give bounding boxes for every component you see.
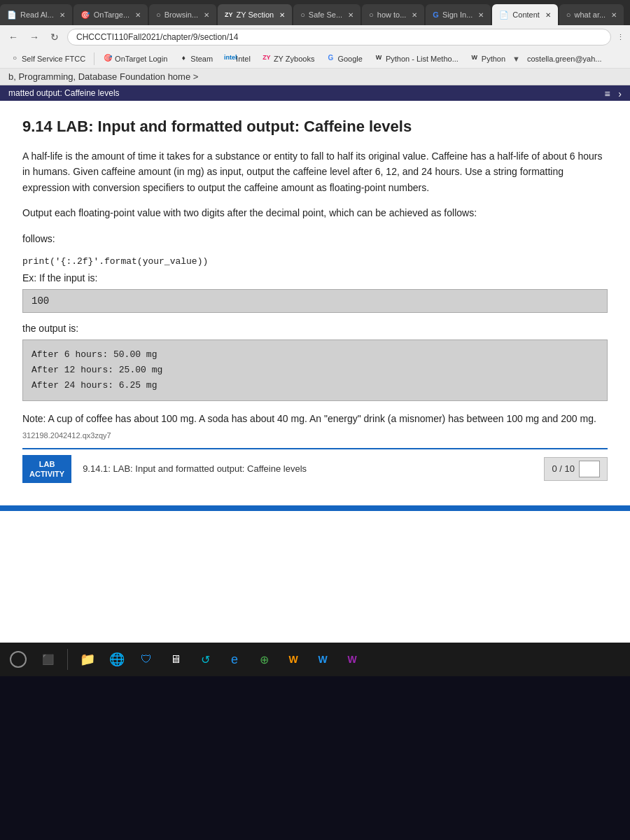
tab-what-ar[interactable]: ○ what ar... ✕	[559, 4, 624, 25]
bookmark-label: ZY Zybooks	[274, 55, 315, 63]
tab-close-btn[interactable]: ✕	[478, 11, 484, 19]
tab-close-btn[interactable]: ✕	[279, 11, 285, 19]
description-follows: follows:	[22, 231, 608, 246]
lab-badge: LAB ACTIVITY	[22, 455, 71, 484]
tab-safe-search[interactable]: ○ Safe Se... ✕	[293, 4, 360, 25]
tab-label: Safe Se...	[309, 10, 342, 19]
tab-icon: 🎯	[80, 10, 90, 20]
start-circle-icon	[10, 651, 27, 668]
bookmark-label: Python	[482, 55, 505, 63]
address-input[interactable]	[67, 29, 611, 46]
bookmark-email[interactable]: costella.green@yah...	[523, 53, 606, 64]
bookmark-label: Self Service FTCC	[22, 55, 85, 63]
score-box	[579, 461, 600, 477]
app5-icon: 🖥	[170, 653, 181, 666]
tab-close-btn[interactable]: ✕	[348, 11, 354, 19]
tab-label: OnTarge...	[94, 10, 130, 19]
tab-label: Sign In...	[442, 10, 472, 19]
page-header: matted output: Caffeine levels ≡ ›	[0, 85, 630, 101]
code-block: print('{:.2f}'.format(your_value))	[22, 256, 608, 267]
edge-browser-button[interactable]: e	[222, 647, 247, 672]
start-button[interactable]	[6, 647, 31, 672]
xbox-button[interactable]: ⊕	[251, 647, 276, 672]
description-paragraph2: Output each floating-point value with tw…	[22, 205, 608, 220]
tab-icon: ○	[566, 10, 571, 19]
example-input-value: 100	[31, 295, 49, 307]
search-taskbar-button[interactable]: ⬛	[35, 647, 60, 672]
bookmark-intel[interactable]: intel Intel	[220, 52, 255, 65]
app6-button[interactable]: ↺	[192, 647, 218, 672]
bookmark-label: OnTarget Login	[115, 55, 167, 63]
taskbar: ⬛ 📁 🌐 🛡 🖥 ↺ e ⊕ W W W	[0, 643, 630, 676]
bookmark-zybooks[interactable]: ZY ZY Zybooks	[258, 52, 319, 65]
tab-close-btn[interactable]: ✕	[59, 11, 65, 19]
file-manager-button[interactable]: 📁	[75, 647, 100, 672]
output-line-2: After 12 hours: 25.00 mg	[31, 363, 598, 378]
dropdown-arrow[interactable]: ▼	[512, 55, 520, 63]
forward-button[interactable]: →	[27, 30, 42, 44]
bookmark-label: Google	[337, 55, 362, 63]
output-box: After 6 hours: 50.00 mg After 12 hours: …	[22, 340, 608, 401]
app11-icon: W	[347, 654, 356, 665]
browser-chrome: 📄 Read Al... ✕ 🎯 OnTarge... ✕ ○ Browsin.…	[0, 0, 630, 69]
tab-icon: ○	[369, 10, 374, 19]
tab-read-al[interactable]: 📄 Read Al... ✕	[0, 4, 72, 25]
shield-icon: 🛡	[141, 653, 152, 666]
app5-button[interactable]: 🖥	[163, 647, 188, 672]
tab-label: how to...	[377, 10, 407, 19]
bookmark-python-list[interactable]: W Python - List Metho...	[370, 52, 463, 65]
lab-badge-line2: ACTIVITY	[29, 469, 64, 479]
taskbar-separator	[67, 649, 68, 670]
output-intro: the output is:	[22, 323, 608, 334]
note-text: Note: A cup of coffee has about 100 mg. …	[22, 411, 608, 426]
bookmark-google[interactable]: G Google	[321, 52, 366, 65]
app11-button[interactable]: W	[340, 647, 365, 672]
shield-button[interactable]: 🛡	[134, 647, 159, 672]
page-icon-btn[interactable]: ≡ ›	[605, 88, 622, 99]
example-input-box: 100	[22, 289, 608, 313]
tab-sign-in[interactable]: G Sign In... ✕	[426, 4, 491, 25]
tab-close-btn[interactable]: ✕	[135, 11, 141, 19]
tab-content[interactable]: 📄 Content ✕	[492, 4, 558, 25]
breadcrumb-text: b, Programming, Database Foundation home…	[8, 71, 198, 82]
bookmark-divider	[94, 52, 94, 65]
tab-zy-section[interactable]: ZY ZY Section ✕	[218, 4, 292, 25]
app9-icon: W	[288, 654, 298, 665]
page-subtitle: matted output: Caffeine levels	[8, 88, 120, 98]
breadcrumb: b, Programming, Database Foundation home…	[0, 69, 630, 85]
tab-icon: ○	[156, 10, 161, 19]
zybooks-icon: ZY	[262, 54, 272, 64]
tab-close-btn[interactable]: ✕	[204, 11, 209, 19]
tab-how-to[interactable]: ○ how to... ✕	[362, 4, 424, 25]
tab-label: what ar...	[575, 10, 606, 19]
back-button[interactable]: ←	[6, 30, 21, 44]
tab-browsing[interactable]: ○ Browsin... ✕	[149, 4, 216, 25]
tab-close-btn[interactable]: ✕	[545, 11, 551, 19]
extensions-area: ⋮	[617, 33, 624, 42]
app9-button[interactable]: W	[281, 647, 306, 672]
tab-on-target[interactable]: 🎯 OnTarge... ✕	[74, 4, 148, 25]
bookmark-icon-ontarget: 🎯	[103, 54, 113, 64]
bookmark-label: Python - List Metho...	[386, 55, 458, 63]
bookmark-label: Intel	[236, 55, 251, 63]
chrome-button[interactable]: 🌐	[104, 647, 130, 672]
content-area: b, Programming, Database Foundation home…	[0, 69, 630, 643]
tab-label: ZY Section	[237, 10, 274, 19]
bookmark-self-service[interactable]: ○ Self Service FTCC	[6, 52, 90, 65]
app10-button[interactable]: W	[310, 647, 335, 672]
score-badge: 0 / 10	[544, 457, 608, 481]
blue-bottom-bar	[0, 505, 630, 511]
tab-icon: 📄	[499, 10, 509, 20]
reload-button[interactable]: ↻	[48, 30, 62, 44]
tab-close-btn[interactable]: ✕	[611, 11, 617, 19]
bookmark-python[interactable]: W Python	[465, 52, 510, 65]
bookmark-ontarget[interactable]: 🎯 OnTarget Login	[99, 52, 172, 65]
tab-icon: ○	[300, 10, 305, 19]
app6-icon: ↺	[201, 653, 210, 666]
bookmark-steam[interactable]: ♦ Steam	[174, 52, 217, 65]
tab-icon: 📄	[7, 10, 17, 20]
dark-desktop-area	[0, 676, 630, 840]
tab-close-btn[interactable]: ✕	[412, 11, 417, 19]
output-line-3: After 24 hours: 6.25 mg	[31, 378, 598, 393]
tab-icon: G	[433, 10, 439, 19]
